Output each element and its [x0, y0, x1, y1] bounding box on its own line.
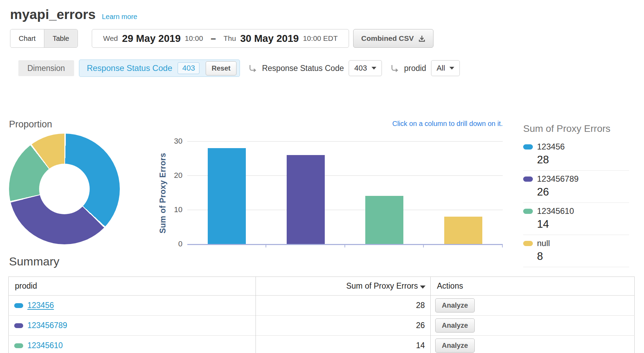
drilldown-hint: Click on a column to drill down on it.	[392, 120, 503, 128]
value-cell: 28	[256, 296, 431, 316]
actions-cell: Analyze	[431, 336, 635, 353]
status-code-dropdown[interactable]: 403	[349, 60, 382, 76]
legend-item-123456789: 12345678926	[523, 171, 629, 203]
legend-swatch	[523, 241, 533, 246]
filter-bar: Dimension Response Status Code 403 Reset…	[10, 60, 644, 77]
bar-chart: 0102030	[187, 141, 503, 245]
x-axis-tick	[502, 245, 503, 247]
legend-value: 28	[537, 154, 629, 166]
drilldown-arrow-icon	[390, 64, 400, 74]
title-row: myapi_errors Learn more	[10, 7, 644, 22]
drilldown-prodid-label: prodid	[404, 64, 426, 73]
chevron-down-icon	[449, 67, 454, 70]
bar-null[interactable]	[444, 217, 482, 244]
legend-row: 12345610	[523, 206, 629, 216]
proportion-title: Proportion	[9, 119, 52, 130]
table-row: 12345678926Analyze	[9, 316, 635, 336]
y-tick-label: 30	[165, 137, 182, 146]
legend-label: 12345610	[537, 206, 574, 216]
table-header-row: prodid Sum of Proxy Errors Actions	[9, 277, 635, 296]
end-time: 10:00 EDT	[303, 34, 338, 43]
legend-swatch	[523, 176, 533, 182]
column-header-sum[interactable]: Sum of Proxy Errors	[256, 277, 431, 296]
charts-area: Proportion Click on a column to drill do…	[0, 119, 644, 251]
legend-row: 123456	[523, 142, 629, 152]
active-filter-value: 403	[178, 62, 199, 74]
y-tick-label: 0	[165, 239, 182, 248]
table-row: 1234561014Analyze	[9, 336, 635, 353]
analyze-button[interactable]: Analyze	[435, 338, 475, 353]
x-axis-tick	[423, 245, 424, 247]
drilldown-status-code-label: Response Status Code	[262, 64, 344, 73]
bar-slot	[345, 141, 424, 244]
view-toggle: Chart Table	[10, 29, 78, 48]
reset-button[interactable]: Reset	[206, 61, 236, 75]
dimension-label: Dimension	[18, 60, 74, 76]
proportion-donut-chart[interactable]	[9, 134, 120, 244]
status-code-dropdown-value: 403	[354, 64, 367, 73]
bar-slot	[187, 141, 266, 244]
active-filter-name: Response Status Code	[87, 63, 172, 73]
prodid-link[interactable]: 123456	[27, 301, 54, 310]
prodid-link[interactable]: 12345610	[27, 341, 63, 350]
legend-row: null	[523, 238, 629, 248]
y-tick-label: 10	[165, 205, 182, 214]
legend-item-null: null8	[523, 235, 629, 267]
sort-desc-icon	[420, 286, 426, 289]
actions-cell: Analyze	[431, 296, 635, 316]
table-view-button[interactable]: Table	[44, 29, 78, 47]
page-title: myapi_errors	[10, 7, 96, 22]
y-tick-label: 20	[165, 171, 182, 180]
legend-label: 123456789	[537, 174, 579, 184]
legend-swatch	[523, 209, 533, 214]
row-swatch	[14, 343, 23, 348]
summary-section: Summary prodid Sum of Proxy Errors Actio…	[0, 255, 644, 353]
start-date: 29 May 2019	[122, 33, 181, 44]
x-axis-tick	[345, 245, 345, 247]
column-header-actions: Actions	[431, 277, 635, 296]
bar-slot	[424, 141, 503, 244]
legend-value: 26	[537, 186, 629, 198]
table-row: 12345628Analyze	[9, 296, 635, 316]
x-axis-tick	[266, 245, 266, 247]
start-day-of-week: Wed	[103, 34, 118, 43]
prodid-cell: 123456789	[9, 316, 256, 336]
bar-123456[interactable]	[208, 148, 246, 244]
legend-item-12345610: 1234561014	[523, 203, 629, 235]
drilldown-arrow-icon	[248, 64, 258, 74]
bar-12345610[interactable]	[365, 196, 403, 244]
bar-123456789[interactable]	[287, 155, 325, 244]
legend-items: 12345628123456789261234561014null8	[523, 138, 629, 267]
column-header-prodid[interactable]: prodid	[9, 277, 256, 296]
prodid-cell: 123456	[9, 296, 256, 316]
date-range-picker[interactable]: Wed 29 May 2019 10:00 – Thu 30 May 2019 …	[92, 29, 349, 48]
legend-value: 8	[537, 250, 629, 263]
bar-slot	[266, 141, 345, 244]
end-date: 30 May 2019	[240, 33, 299, 44]
legend-swatch	[523, 144, 533, 150]
chevron-down-icon	[372, 67, 376, 70]
summary-table: prodid Sum of Proxy Errors Actions 12345…	[8, 277, 635, 353]
legend-value: 14	[537, 218, 629, 230]
combined-csv-button[interactable]: Combined CSV	[353, 29, 433, 48]
row-swatch	[14, 303, 23, 308]
prodid-dropdown-value: All	[437, 64, 445, 73]
active-filter-chip: Response Status Code 403 Reset	[79, 60, 240, 77]
prodid-dropdown[interactable]: All	[431, 60, 460, 76]
legend-row: 123456789	[523, 174, 629, 184]
chart-legend: Sum of Proxy Errors 12345628123456789261…	[523, 123, 629, 267]
combined-csv-label: Combined CSV	[361, 34, 414, 43]
download-icon	[418, 35, 426, 42]
analyze-button[interactable]: Analyze	[435, 298, 475, 313]
legend-label: null	[537, 238, 550, 248]
prodid-link[interactable]: 123456789	[27, 321, 67, 330]
legend-title: Sum of Proxy Errors	[523, 123, 629, 134]
learn-more-link[interactable]: Learn more	[102, 13, 137, 21]
analyze-button[interactable]: Analyze	[435, 318, 475, 333]
column-header-sum-label: Sum of Proxy Errors	[346, 281, 418, 290]
controls-row: Chart Table Wed 29 May 2019 10:00 – Thu …	[10, 29, 644, 48]
chart-view-button[interactable]: Chart	[10, 29, 44, 47]
prodid-cell: 12345610	[9, 336, 256, 353]
y-axis-label: Sum of Proxy Errors	[158, 153, 168, 233]
bars-container	[187, 141, 503, 244]
